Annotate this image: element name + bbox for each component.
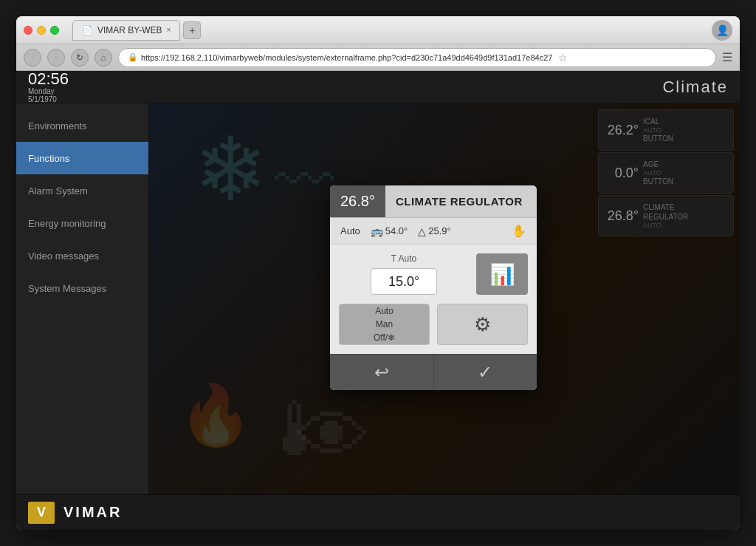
sidebar-energy-label: Energy monitoring bbox=[28, 218, 106, 229]
chart-bars-icon: 📊 bbox=[489, 262, 515, 287]
dialog-title: CLIMATE REGULATOR bbox=[385, 185, 537, 217]
tab-label: VIMAR BY-WEB bbox=[97, 25, 162, 35]
fan-icon: 🚌 bbox=[371, 225, 383, 237]
reload-button[interactable]: ↻ bbox=[71, 49, 89, 66]
address-input[interactable]: 🔒 https://192.168.2.110/vimarbyweb/modul… bbox=[118, 48, 716, 67]
lock-icon: 🔒 bbox=[128, 52, 138, 62]
clock-area: 02:56 Monday 5/1/1970 bbox=[28, 71, 69, 103]
sidebar-item-system[interactable]: System Messages bbox=[16, 272, 148, 304]
temp-control: T Auto 15.0° bbox=[339, 253, 469, 295]
section-title: Climate bbox=[662, 78, 728, 97]
hand-icon[interactable]: ✋ bbox=[512, 224, 526, 238]
t-auto-label: T Auto bbox=[391, 253, 416, 264]
climate-regulator-dialog: 26.8° CLIMATE REGULATOR Auto 🚌 54.0° △ bbox=[330, 185, 537, 390]
browser-window: 📄 VIMAR BY-WEB × + 👤 ‹ › ↻ ⌂ 🔒 https://1… bbox=[16, 16, 740, 530]
fan-status: 🚌 54.0° bbox=[371, 225, 408, 237]
temp-status: △ 25.9° bbox=[418, 225, 451, 237]
dialog-header: 26.8° CLIMATE REGULATOR bbox=[330, 185, 537, 218]
fan-speed-value: 54.0° bbox=[385, 225, 408, 236]
main-layout: Environments Functions Alarm System Ener… bbox=[16, 103, 740, 494]
traffic-lights bbox=[24, 26, 59, 35]
title-bar: 📄 VIMAR BY-WEB × + 👤 bbox=[16, 16, 740, 44]
app-header: 02:56 Monday 5/1/1970 Climate bbox=[16, 71, 740, 103]
maximize-window-button[interactable] bbox=[50, 26, 59, 35]
browser-menu-button[interactable]: ☰ bbox=[722, 50, 732, 64]
app-content: 02:56 Monday 5/1/1970 Climate Environmen… bbox=[16, 71, 740, 530]
new-tab-button[interactable]: + bbox=[183, 21, 201, 39]
home-button[interactable]: ⌂ bbox=[94, 49, 112, 66]
forward-button[interactable]: › bbox=[47, 49, 65, 66]
dialog-modes: AutoManOff/❄ ⚙ bbox=[330, 304, 537, 354]
dialog-footer: ↩ ✓ bbox=[330, 354, 537, 390]
sidebar-item-environments[interactable]: Environments bbox=[16, 109, 148, 142]
settings-button[interactable]: ⚙ bbox=[437, 304, 528, 345]
tab-favicon: 📄 bbox=[82, 25, 93, 35]
cancel-button[interactable]: ↩ bbox=[330, 355, 434, 390]
cancel-icon: ↩ bbox=[374, 362, 389, 383]
tab-close-button[interactable]: × bbox=[167, 26, 171, 34]
minimize-window-button[interactable] bbox=[37, 26, 46, 35]
sidebar-item-functions[interactable]: Functions bbox=[16, 142, 148, 174]
chart-button[interactable]: 📊 bbox=[476, 253, 528, 295]
clock-date: 5/1/1970 bbox=[28, 95, 69, 103]
clock-time: 02:56 bbox=[28, 71, 69, 87]
app-footer: V VIMAR bbox=[16, 494, 740, 530]
tab-bar: 📄 VIMAR BY-WEB × + bbox=[72, 20, 706, 41]
vimar-brand-name: VIMAR bbox=[63, 504, 122, 521]
auto-man-off-button[interactable]: AutoManOff/❄ bbox=[339, 304, 430, 345]
url-text: https://192.168.2.110/vimarbyweb/modules… bbox=[141, 53, 552, 62]
clock-day: Monday bbox=[28, 87, 69, 95]
close-window-button[interactable] bbox=[24, 26, 32, 35]
sidebar-alarm-label: Alarm System bbox=[28, 185, 88, 197]
sidebar-item-alarm[interactable]: Alarm System bbox=[16, 174, 148, 207]
temp-set-value: 25.9° bbox=[428, 225, 451, 236]
vimar-logo: V bbox=[28, 502, 55, 524]
sidebar: Environments Functions Alarm System Ener… bbox=[16, 103, 149, 494]
address-bar: ‹ › ↻ ⌂ 🔒 https://192.168.2.110/vimarbyw… bbox=[16, 44, 740, 71]
dialog-status-row: Auto 🚌 54.0° △ 25.9° ✋ bbox=[330, 218, 537, 245]
modal-overlay: 26.8° CLIMATE REGULATOR Auto 🚌 54.0° △ bbox=[149, 103, 740, 494]
bookmark-icon[interactable]: ☆ bbox=[558, 52, 568, 64]
sidebar-item-energy[interactable]: Energy monitoring bbox=[16, 207, 148, 239]
temp-arrow-icon: △ bbox=[418, 225, 426, 237]
mode-btn-label: AutoManOff/❄ bbox=[374, 304, 395, 344]
status-mode-label: Auto bbox=[340, 225, 360, 236]
sidebar-system-label: System Messages bbox=[28, 283, 106, 294]
dialog-temp-badge: 26.8° bbox=[330, 185, 385, 217]
temp-display[interactable]: 15.0° bbox=[371, 268, 437, 295]
sidebar-item-video[interactable]: Video messages bbox=[16, 239, 148, 272]
confirm-button[interactable]: ✓ bbox=[434, 355, 537, 390]
dialog-body: T Auto 15.0° 📊 bbox=[330, 245, 537, 304]
sidebar-environments-label: Environments bbox=[28, 120, 86, 132]
back-button[interactable]: ‹ bbox=[24, 49, 41, 66]
sidebar-video-label: Video messages bbox=[28, 250, 99, 262]
browser-tab[interactable]: 📄 VIMAR BY-WEB × bbox=[72, 20, 180, 41]
confirm-icon: ✓ bbox=[478, 362, 492, 383]
gear-icon: ⚙ bbox=[474, 313, 491, 336]
user-avatar: 👤 bbox=[712, 20, 732, 41]
sidebar-functions-label: Functions bbox=[28, 153, 69, 164]
main-panel: ❄ 〰 🔥 🌡 👁 26.2° ICAL AUTO BUTTON bbox=[149, 103, 740, 494]
